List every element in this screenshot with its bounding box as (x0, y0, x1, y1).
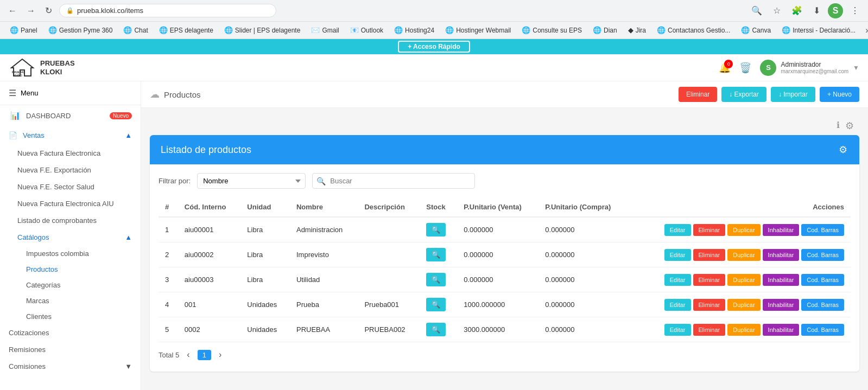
bookmark-consulte-label: Consulte su EPS (533, 27, 582, 34)
edit-button[interactable]: Editar (664, 224, 691, 236)
barcode-button[interactable]: Cod. Barras (801, 224, 844, 236)
delete-button[interactable]: Eliminar (693, 324, 726, 336)
cell-p-compra: 0.000000 (538, 217, 629, 242)
profile-btn[interactable]: S (828, 3, 843, 18)
bookmark-dian-icon: 🌐 (593, 26, 601, 34)
cell-p-venta: 0.000000 (457, 242, 538, 267)
sidebar-item-categorias[interactable]: Categorías (0, 277, 141, 293)
bookmark-gmail[interactable]: ✉️ Gmail (307, 24, 343, 36)
info-button[interactable]: ℹ (835, 119, 841, 131)
bookmark-consulte[interactable]: 🌐 Consulte su EPS (517, 24, 586, 36)
sidebar-item-marcas[interactable]: Marcas (0, 293, 141, 309)
bookmark-gestion-pyme[interactable]: 🌐 Gestion Pyme 360 (44, 24, 117, 36)
back-button[interactable]: ← (5, 5, 20, 17)
ventas-section-header[interactable]: 📄 Ventas ▲ (0, 126, 141, 145)
sidebar-item-clientes[interactable]: Clientes (0, 309, 141, 324)
disable-button[interactable]: Inhabilitar (763, 324, 800, 336)
duplicate-button[interactable]: Duplicar (727, 274, 760, 286)
edit-button[interactable]: Editar (664, 249, 691, 261)
catalogos-header[interactable]: Catálogos ▲ (0, 229, 141, 246)
sidebar-item-impuestos[interactable]: Impuestos colombia (0, 246, 141, 261)
cell-stock: 🔍 (420, 292, 457, 317)
edit-button[interactable]: Editar (664, 324, 691, 336)
sidebar-item-nueva-fe-salud[interactable]: Nueva F.E. Sector Salud (0, 178, 141, 195)
settings-header-button[interactable]: 🗑️ (739, 62, 751, 74)
catalogos-items: Impuestos colombia Productos Categorías … (0, 246, 141, 324)
bookmark-consulte-icon: 🌐 (522, 26, 530, 34)
edit-button[interactable]: Editar (664, 274, 691, 286)
bookmark-panel[interactable]: 🌐 Panel (5, 24, 42, 36)
products-table: # Cód. Interno Unidad Nombre Descripción… (159, 197, 851, 342)
download-btn[interactable]: ⬇ (810, 4, 823, 17)
bookmark-hosting24[interactable]: 🌐 Hosting24 (390, 24, 439, 36)
bookmark-btn[interactable]: ☆ (770, 4, 784, 17)
reload-button[interactable]: ↻ (42, 4, 55, 17)
disable-button[interactable]: Inhabilitar (763, 224, 800, 236)
gear-button[interactable]: ⚙ (844, 119, 855, 133)
menu-btn[interactable]: ⋮ (847, 4, 863, 17)
user-info[interactable]: S Administrador marxmarquinez@gmail.com … (760, 60, 859, 76)
exportar-button[interactable]: ↓ Exportar (721, 87, 766, 102)
sidebar-menu-header[interactable]: ☰ Menu (0, 81, 141, 105)
duplicate-button[interactable]: Duplicar (727, 299, 760, 311)
next-page-button[interactable]: › (216, 349, 225, 361)
page-1-button[interactable]: 1 (198, 350, 211, 360)
bookmark-slider-eps[interactable]: 🌐 Slider | EPS delagente (220, 24, 305, 36)
sidebar-item-nueva-fe-exportacion[interactable]: Nueva F.E. Exportación (0, 162, 141, 178)
duplicate-button[interactable]: Duplicar (727, 324, 760, 336)
search-input[interactable] (312, 173, 475, 189)
delete-button[interactable]: Eliminar (693, 249, 726, 261)
notification-button[interactable]: 🔔 0 (719, 62, 731, 74)
importar-button[interactable]: ↓ Importar (771, 87, 815, 102)
bookmark-interssi[interactable]: 🌐 Interssi - Declaració... (777, 24, 860, 36)
barcode-button[interactable]: Cod. Barras (801, 249, 844, 261)
bookmark-outlook[interactable]: 📧 Outlook (346, 24, 388, 36)
filter-select[interactable]: Nombre Código Interno Descripción (197, 173, 306, 189)
extensions-btn[interactable]: 🧩 (788, 4, 806, 17)
quick-access-button[interactable]: + Acceso Rápido (398, 41, 470, 53)
address-bar[interactable]: 🔒 prueba.kloki.co/items (59, 4, 276, 17)
cell-unidad: Unidades (240, 317, 290, 342)
duplicate-button[interactable]: Duplicar (727, 249, 760, 261)
sidebar-item-comisiones[interactable]: Comisiones ▼ (0, 358, 141, 375)
sidebar-item-remisiones[interactable]: Remisiones (0, 341, 141, 358)
cell-p-compra: 0.000000 (538, 242, 629, 267)
prev-page-button[interactable]: ‹ (183, 349, 193, 361)
sidebar-item-listado-comprobantes[interactable]: Listado de comprobantes (0, 212, 141, 229)
sidebar-item-productos[interactable]: Productos (0, 261, 141, 277)
sidebar-item-dashboard[interactable]: 📊 DASHBOARD Nuevo (0, 105, 141, 126)
sidebar-item-nueva-factura[interactable]: Nueva Factura Electronica (0, 145, 141, 162)
stock-search-button[interactable]: 🔍 (426, 323, 446, 336)
card-gear-button[interactable]: ⚙ (838, 143, 848, 157)
disable-button[interactable]: Inhabilitar (763, 249, 800, 261)
edit-button[interactable]: Editar (664, 299, 691, 311)
eliminar-button[interactable]: Eliminar (679, 87, 717, 102)
delete-button[interactable]: Eliminar (693, 274, 726, 286)
bookmark-chat[interactable]: 🌐 Chat (119, 24, 152, 36)
duplicate-button[interactable]: Duplicar (727, 224, 760, 236)
disable-button[interactable]: Inhabilitar (763, 299, 800, 311)
sidebar-item-nueva-factura-aiu[interactable]: Nueva Factura Electronica AIU (0, 195, 141, 212)
user-details: Administrador marxmarquinez@gmail.com (781, 61, 848, 74)
bookmark-jira[interactable]: ◆ Jira (624, 24, 650, 36)
more-bookmarks-btn[interactable]: » (862, 24, 868, 37)
stock-search-button[interactable]: 🔍 (426, 298, 446, 311)
stock-search-button[interactable]: 🔍 (426, 223, 446, 236)
stock-search-button[interactable]: 🔍 (426, 273, 446, 286)
delete-button[interactable]: Eliminar (693, 224, 726, 236)
bookmark-hostinger[interactable]: 🌐 Hostinger Webmail (441, 24, 515, 36)
barcode-button[interactable]: Cod. Barras (801, 299, 844, 311)
forward-button[interactable]: → (24, 5, 38, 17)
bookmark-contactanos[interactable]: 🌐 Contactanos Gestio... (652, 24, 734, 36)
bookmark-dian[interactable]: 🌐 Dian (588, 24, 622, 36)
stock-search-button[interactable]: 🔍 (426, 248, 446, 261)
delete-button[interactable]: Eliminar (693, 299, 726, 311)
disable-button[interactable]: Inhabilitar (763, 274, 800, 286)
nuevo-button[interactable]: + Nuevo (820, 87, 859, 102)
search-browser-btn[interactable]: 🔍 (748, 4, 765, 17)
barcode-button[interactable]: Cod. Barras (801, 274, 844, 286)
bookmark-canva[interactable]: 🌐 Canva (737, 24, 775, 36)
sidebar-item-cotizaciones[interactable]: Cotizaciones (0, 324, 141, 341)
barcode-button[interactable]: Cod. Barras (801, 324, 844, 336)
bookmark-eps[interactable]: 🌐 EPS delagente (155, 24, 218, 36)
